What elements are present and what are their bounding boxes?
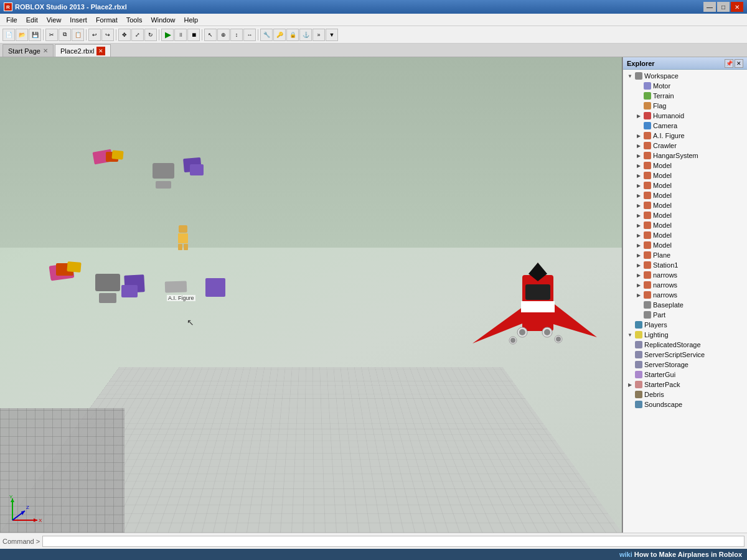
tree-item[interactable]: ▶Station1 — [623, 260, 747, 270]
toolbar-stop[interactable]: ⏹ — [187, 29, 200, 41]
tree-item[interactable]: StarterGui — [623, 370, 747, 380]
tree-item[interactable]: Motor — [623, 81, 747, 91]
toolbar-open[interactable]: 📂 — [16, 29, 28, 41]
toolbar-cut[interactable]: ✂ — [45, 29, 58, 41]
menu-window[interactable]: Window — [147, 16, 179, 24]
menu-edit[interactable]: Edit — [22, 16, 42, 24]
tree-arrow[interactable]: ▶ — [627, 381, 633, 388]
tree-item[interactable]: ▶Model — [623, 180, 747, 190]
explorer-tree[interactable]: ▼WorkspaceMotorTerrainFlag▶HumanoidCamer… — [623, 70, 747, 533]
toolbar-copy[interactable]: ⧉ — [59, 29, 71, 41]
tree-item[interactable]: ▶Model — [623, 170, 747, 180]
toolbar-expand[interactable]: » — [312, 29, 325, 41]
tree-item[interactable]: ServerStorage — [623, 360, 747, 370]
menu-insert[interactable]: Insert — [66, 16, 91, 24]
maximize-button[interactable]: □ — [717, 2, 730, 12]
tree-item[interactable]: Debris — [623, 390, 747, 399]
tree-item[interactable]: ▶Plane — [623, 250, 747, 260]
tree-arrow[interactable]: ▶ — [636, 152, 642, 159]
toolbar-tool6[interactable]: 🔒 — [286, 29, 299, 41]
toolbar-scale[interactable]: ⤢ — [131, 29, 144, 41]
tree-arrow[interactable]: ▼ — [627, 332, 633, 338]
menu-view[interactable]: View — [43, 16, 65, 24]
tree-item[interactable]: ▶Humanoid — [623, 111, 747, 121]
tree-arrow[interactable]: ▶ — [636, 232, 642, 238]
tree-item[interactable]: ▼Lighting — [623, 330, 747, 340]
tree-arrow[interactable]: ▶ — [636, 182, 642, 189]
toolbar-redo[interactable]: ↪ — [101, 29, 114, 41]
tree-item[interactable]: Terrain — [623, 91, 747, 101]
toolbar-paste[interactable]: 📋 — [72, 29, 84, 41]
tree-arrow[interactable]: ▼ — [627, 73, 633, 79]
viewport[interactable]: A.I. Figure — [0, 57, 622, 533]
tree-arrow[interactable]: ▶ — [636, 212, 642, 218]
menu-tools[interactable]: Tools — [123, 16, 146, 24]
tree-item[interactable]: ▶Model — [623, 220, 747, 230]
menu-file[interactable]: File — [2, 16, 21, 24]
menu-format[interactable]: Format — [92, 16, 121, 24]
tree-item[interactable]: ▶Model — [623, 230, 747, 240]
tree-arrow[interactable]: ▶ — [636, 252, 642, 258]
tree-item[interactable]: ▶HangarSystem — [623, 151, 747, 161]
tree-arrow[interactable]: ▶ — [636, 172, 642, 179]
tree-item[interactable]: ▶narrows — [623, 280, 747, 290]
tree-arrow[interactable]: ▶ — [636, 202, 642, 208]
tree-item[interactable]: Camera — [623, 121, 747, 131]
menu-help[interactable]: Help — [181, 16, 202, 24]
tree-arrow[interactable]: ▶ — [636, 242, 642, 248]
tree-item[interactable]: ▶Model — [623, 161, 747, 170]
tree-item[interactable]: ▼Workspace — [623, 71, 747, 81]
tree-arrow[interactable]: ▶ — [636, 272, 642, 278]
tree-item[interactable]: ▶Model — [623, 200, 747, 210]
tree-arrow[interactable]: ▶ — [636, 282, 642, 288]
explorer-pin[interactable]: 📌 — [725, 59, 733, 68]
tree-item[interactable]: ▶Model — [623, 240, 747, 250]
toolbar-tool5[interactable]: 🔑 — [273, 29, 286, 41]
tree-arrow[interactable]: ▶ — [636, 133, 642, 139]
toolbar-tool1[interactable]: ⊕ — [217, 29, 230, 41]
toolbar-tool7[interactable]: ⚓ — [299, 29, 312, 41]
tree-item[interactable]: ▶Model — [623, 210, 747, 220]
toolbar-rotate[interactable]: ↻ — [144, 29, 157, 41]
toolbar-tool4[interactable]: 🔧 — [260, 29, 273, 41]
toolbar-save[interactable]: 💾 — [29, 29, 41, 41]
tree-arrow[interactable]: ▶ — [636, 222, 642, 228]
toolbar-move[interactable]: ✥ — [118, 29, 131, 41]
tree-arrow[interactable]: ▶ — [636, 142, 642, 149]
tree-item[interactable]: ▶A.I. Figure — [623, 131, 747, 141]
tree-arrow — [627, 322, 633, 328]
tree-item[interactable]: Players — [623, 320, 747, 330]
tree-item[interactable]: ReplicatedStorage — [623, 340, 747, 350]
toolbar-pause[interactable]: ⏸ — [174, 29, 187, 41]
tree-arrow[interactable]: ▶ — [636, 192, 642, 198]
tab-place2[interactable]: Place2.rbxl ✕ — [55, 44, 111, 57]
tab-place2-close[interactable]: ✕ — [96, 47, 105, 55]
tree-item[interactable]: Baseplate — [623, 300, 747, 310]
tree-item[interactable]: ServerScriptService — [623, 350, 747, 360]
toolbar-more[interactable]: ▼ — [326, 29, 338, 41]
tree-item[interactable]: Part — [623, 310, 747, 320]
tab-start-close[interactable]: ✕ — [43, 47, 48, 54]
tree-arrow[interactable]: ▶ — [636, 262, 642, 268]
tab-start-page[interactable]: Start Page ✕ — [2, 44, 54, 57]
toolbar-select[interactable]: ↖ — [204, 29, 217, 41]
minimize-button[interactable]: — — [703, 2, 716, 12]
tree-arrow[interactable]: ▶ — [636, 162, 642, 169]
explorer-close[interactable]: ✕ — [735, 59, 743, 68]
tree-item[interactable]: ▶narrows — [623, 270, 747, 280]
toolbar-tool3[interactable]: ↔ — [243, 29, 256, 41]
tree-item[interactable]: Soundscape — [623, 399, 747, 409]
tree-arrow[interactable]: ▶ — [636, 113, 642, 119]
toolbar-new[interactable]: 📄 — [2, 29, 15, 41]
tree-item[interactable]: ▶Model — [623, 190, 747, 200]
close-button[interactable]: ✕ — [731, 2, 743, 12]
tree-item[interactable]: ▶Crawler — [623, 141, 747, 151]
tree-item[interactable]: ▶narrows — [623, 290, 747, 300]
tree-arrow[interactable]: ▶ — [636, 292, 642, 298]
command-input[interactable] — [42, 536, 745, 547]
toolbar-tool2[interactable]: ↕ — [230, 29, 243, 41]
toolbar-play[interactable]: ▶ — [161, 29, 174, 41]
tree-item[interactable]: Flag — [623, 101, 747, 111]
toolbar-undo[interactable]: ↩ — [88, 29, 101, 41]
tree-item[interactable]: ▶StarterPack — [623, 380, 747, 390]
